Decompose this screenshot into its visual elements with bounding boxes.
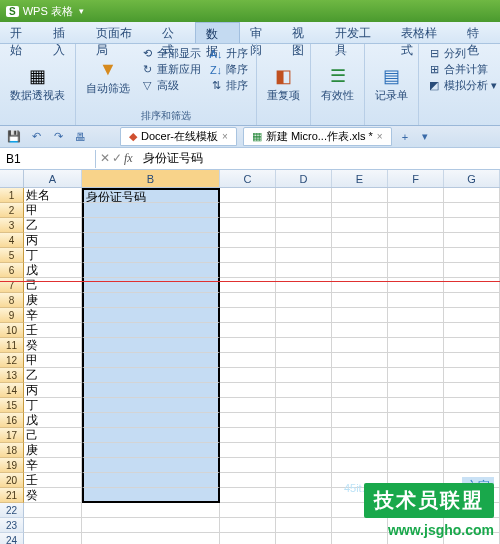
- cell[interactable]: [220, 263, 276, 278]
- advanced-button[interactable]: ▽高级: [138, 78, 203, 93]
- row-header[interactable]: 2: [0, 203, 24, 218]
- cell[interactable]: [444, 218, 500, 233]
- cell[interactable]: [388, 338, 444, 353]
- col-header-B[interactable]: B: [82, 170, 220, 187]
- sort-desc-button[interactable]: Z↓降序: [207, 62, 250, 77]
- row-header[interactable]: 4: [0, 233, 24, 248]
- cell[interactable]: [332, 233, 388, 248]
- cell[interactable]: [444, 398, 500, 413]
- cell[interactable]: [444, 443, 500, 458]
- sort-asc-button[interactable]: A↓升序: [207, 46, 250, 61]
- close-icon[interactable]: ×: [222, 131, 228, 142]
- cell[interactable]: [276, 308, 332, 323]
- doc-tab-current[interactable]: ▦ 新建 Micro...作表.xls * ×: [243, 127, 392, 146]
- cell[interactable]: [388, 353, 444, 368]
- cell[interactable]: [388, 263, 444, 278]
- cell[interactable]: [332, 458, 388, 473]
- cell[interactable]: [82, 203, 220, 218]
- save-icon[interactable]: 💾: [6, 129, 22, 145]
- reapply-button[interactable]: ↻重新应用: [138, 62, 203, 77]
- cell[interactable]: [220, 443, 276, 458]
- cell[interactable]: 乙: [24, 218, 82, 233]
- menu-tab-6[interactable]: 视图: [282, 22, 325, 43]
- cell[interactable]: 身份证号码: [82, 188, 220, 203]
- cell[interactable]: [332, 443, 388, 458]
- cell[interactable]: [276, 398, 332, 413]
- cell[interactable]: [444, 233, 500, 248]
- cell[interactable]: [444, 368, 500, 383]
- cell[interactable]: [82, 293, 220, 308]
- cell[interactable]: 甲: [24, 353, 82, 368]
- cell[interactable]: [82, 233, 220, 248]
- pivot-table-button[interactable]: ▦ 数据透视表: [6, 46, 69, 121]
- cell[interactable]: [444, 383, 500, 398]
- cell[interactable]: [388, 308, 444, 323]
- cell[interactable]: [220, 248, 276, 263]
- cell[interactable]: [332, 518, 388, 533]
- cell[interactable]: 辛: [24, 308, 82, 323]
- cell[interactable]: [82, 488, 220, 503]
- cell[interactable]: 丙: [24, 383, 82, 398]
- row-header[interactable]: 24: [0, 533, 24, 544]
- row-header[interactable]: 23: [0, 518, 24, 533]
- cell[interactable]: [82, 368, 220, 383]
- text-to-columns-button[interactable]: ⊟分列: [425, 46, 499, 61]
- col-header-F[interactable]: F: [388, 170, 444, 187]
- row-header[interactable]: 11: [0, 338, 24, 353]
- cell[interactable]: [388, 203, 444, 218]
- cell[interactable]: [276, 518, 332, 533]
- cell[interactable]: [220, 188, 276, 203]
- cell[interactable]: [332, 413, 388, 428]
- cell[interactable]: [444, 338, 500, 353]
- cell[interactable]: [82, 473, 220, 488]
- cell[interactable]: 庚: [24, 443, 82, 458]
- cell[interactable]: [276, 413, 332, 428]
- cell[interactable]: [388, 428, 444, 443]
- cell[interactable]: [82, 428, 220, 443]
- cell[interactable]: [276, 323, 332, 338]
- cell[interactable]: 戊: [24, 263, 82, 278]
- validation-button[interactable]: ☰ 有效性: [317, 46, 358, 121]
- row-header[interactable]: 16: [0, 413, 24, 428]
- row-header[interactable]: 9: [0, 308, 24, 323]
- cell[interactable]: [332, 338, 388, 353]
- cell[interactable]: [332, 308, 388, 323]
- cell[interactable]: [444, 413, 500, 428]
- menu-tab-4[interactable]: 数据: [195, 22, 240, 43]
- cell[interactable]: [332, 248, 388, 263]
- cell[interactable]: [220, 398, 276, 413]
- menu-tab-0[interactable]: 开始: [0, 22, 43, 43]
- cell[interactable]: [388, 233, 444, 248]
- row-header[interactable]: 18: [0, 443, 24, 458]
- whatif-button[interactable]: ◩模拟分析 ▾: [425, 78, 499, 93]
- col-header-A[interactable]: A: [24, 170, 82, 187]
- cell[interactable]: 甲: [24, 203, 82, 218]
- cell[interactable]: [276, 218, 332, 233]
- cell[interactable]: [82, 248, 220, 263]
- cell[interactable]: 乙: [24, 368, 82, 383]
- cell[interactable]: [444, 203, 500, 218]
- cell[interactable]: [332, 353, 388, 368]
- row-header[interactable]: 15: [0, 398, 24, 413]
- cell[interactable]: [388, 458, 444, 473]
- cell[interactable]: [276, 533, 332, 544]
- row-header[interactable]: 12: [0, 353, 24, 368]
- cell[interactable]: [276, 188, 332, 203]
- cell[interactable]: [276, 233, 332, 248]
- cell[interactable]: [220, 413, 276, 428]
- cell[interactable]: [388, 443, 444, 458]
- cell[interactable]: 壬: [24, 473, 82, 488]
- cell[interactable]: [220, 308, 276, 323]
- cell[interactable]: [444, 308, 500, 323]
- cell[interactable]: [24, 503, 82, 518]
- cell[interactable]: [276, 458, 332, 473]
- doc-tab-template[interactable]: ◆ Docer-在线模板 ×: [120, 127, 237, 146]
- cell[interactable]: 辛: [24, 458, 82, 473]
- cell[interactable]: [388, 413, 444, 428]
- cell[interactable]: [332, 218, 388, 233]
- cell[interactable]: [276, 443, 332, 458]
- menu-tab-9[interactable]: 特色: [457, 22, 500, 43]
- cell[interactable]: [332, 383, 388, 398]
- row-header[interactable]: 10: [0, 323, 24, 338]
- enter-icon[interactable]: ✓: [112, 151, 122, 166]
